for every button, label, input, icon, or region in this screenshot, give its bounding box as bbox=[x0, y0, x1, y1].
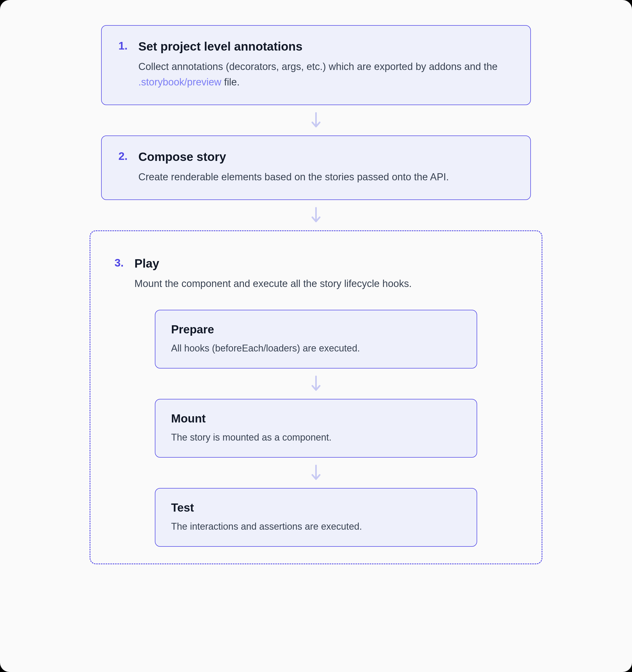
step-1-desc-code: .storybook/preview bbox=[138, 76, 221, 88]
step-3-title: Play bbox=[135, 256, 517, 271]
step-2-content: Compose story Create renderable elements… bbox=[138, 150, 514, 185]
step-3-row: 3. Play Mount the component and execute … bbox=[115, 256, 517, 291]
substeps-column: Prepare All hooks (beforeEach/loaders) a… bbox=[155, 310, 477, 547]
step-3-number: 3. bbox=[115, 256, 127, 269]
substep-mount-card: Mount The story is mounted as a componen… bbox=[155, 399, 477, 458]
substep-mount-title: Mount bbox=[171, 412, 461, 425]
step-2-row: 2. Compose story Create renderable eleme… bbox=[118, 150, 514, 185]
substep-test-card: Test The interactions and assertions are… bbox=[155, 488, 477, 547]
arrow-down-icon bbox=[310, 375, 322, 392]
step-1-desc: Collect annotations (decorators, args, e… bbox=[138, 59, 514, 90]
step-1-content: Set project level annotations Collect an… bbox=[138, 39, 514, 90]
step-1-desc-pre: Collect annotations (decorators, args, e… bbox=[138, 61, 497, 72]
flow-column: 1. Set project level annotations Collect… bbox=[101, 25, 531, 564]
diagram-page: 1. Set project level annotations Collect… bbox=[0, 0, 632, 672]
arrow-down-icon bbox=[310, 112, 322, 129]
step-1-card: 1. Set project level annotations Collect… bbox=[101, 25, 531, 105]
arrow-2 bbox=[310, 200, 322, 231]
step-2-card: 2. Compose story Create renderable eleme… bbox=[101, 136, 531, 200]
step-1-number: 1. bbox=[118, 39, 131, 52]
arrow-down-icon bbox=[310, 464, 322, 481]
step-2-title: Compose story bbox=[138, 150, 514, 164]
step-1-desc-post: file. bbox=[221, 76, 240, 88]
substep-prepare-card: Prepare All hooks (beforeEach/loaders) a… bbox=[155, 310, 477, 368]
step-1-title: Set project level annotations bbox=[138, 39, 514, 54]
step-3-content: Play Mount the component and execute all… bbox=[135, 256, 517, 291]
substep-prepare-desc: All hooks (beforeEach/loaders) are execu… bbox=[171, 341, 461, 355]
arrow-down-icon bbox=[310, 207, 322, 223]
substep-test-title: Test bbox=[171, 501, 461, 514]
step-2-number: 2. bbox=[118, 150, 131, 163]
substep-mount-desc: The story is mounted as a component. bbox=[171, 430, 461, 445]
step-2-desc: Create renderable elements based on the … bbox=[138, 169, 514, 185]
step-1-row: 1. Set project level annotations Collect… bbox=[118, 39, 514, 90]
arrow-4 bbox=[310, 458, 322, 488]
step-3-container: 3. Play Mount the component and execute … bbox=[90, 231, 542, 564]
substep-prepare-title: Prepare bbox=[171, 323, 461, 336]
step-3-header: 3. Play Mount the component and execute … bbox=[102, 256, 530, 291]
step-3-desc: Mount the component and execute all the … bbox=[135, 276, 517, 291]
substep-test-desc: The interactions and assertions are exec… bbox=[171, 520, 461, 534]
arrow-3 bbox=[310, 368, 322, 399]
arrow-1 bbox=[310, 105, 322, 136]
